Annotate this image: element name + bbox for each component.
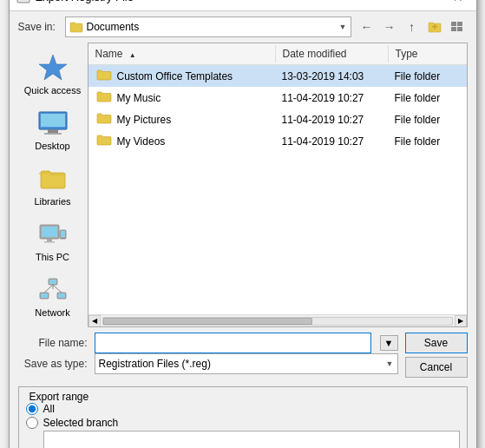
export-registry-dialog: Export Registry File ✕ Save in: Document…: [9, 0, 477, 448]
table-row[interactable]: Custom Office Templates13-03-2019 14:03F…: [88, 65, 467, 87]
title-bar: Export Registry File ✕: [10, 0, 476, 11]
svg-rect-8: [451, 22, 456, 26]
table-row[interactable]: My Videos11-04-2019 10:27File folder: [88, 130, 467, 152]
cancel-button[interactable]: Cancel: [405, 357, 468, 378]
svg-rect-19: [47, 239, 52, 241]
file-cell-date: 13-03-2019 14:03: [275, 69, 388, 84]
svg-rect-11: [457, 27, 462, 31]
svg-rect-25: [49, 280, 56, 284]
svg-rect-10: [451, 27, 456, 31]
svg-rect-14: [41, 114, 65, 127]
savetype-row: Save as type: Registration Files (*.reg)…: [18, 353, 398, 374]
scrollbar-row: ◀ ▶: [88, 314, 467, 326]
toolbar-row: Save in: Documents ▼ ← → ↑ +: [10, 11, 476, 43]
svg-rect-22: [61, 231, 65, 237]
svg-marker-12: [39, 55, 67, 80]
folder-file-icon: [96, 112, 112, 127]
sidebar-item-network[interactable]: Network: [18, 268, 88, 324]
svg-rect-16: [44, 133, 62, 135]
file-cell-date: 11-04-2019 10:27: [275, 134, 388, 149]
views-button[interactable]: [447, 16, 468, 37]
sidebar-label-this-pc: This PC: [36, 252, 69, 262]
sidebar-label-desktop: Desktop: [35, 141, 69, 151]
sidebar-item-desktop[interactable]: Desktop: [18, 102, 88, 157]
svg-text:+: +: [431, 21, 437, 33]
up-button[interactable]: ↑: [402, 16, 423, 37]
folder-file-icon: [96, 134, 112, 148]
sidebar-label-libraries: Libraries: [34, 196, 70, 207]
network-icon: [36, 274, 70, 306]
new-folder-icon: +: [428, 21, 442, 33]
sidebar-item-quick-access[interactable]: Quick access: [18, 46, 88, 102]
file-name-text: My Pictures: [117, 114, 172, 126]
back-button[interactable]: ←: [357, 16, 377, 37]
form-area: File name: ▼ Save as type: Registration …: [10, 327, 476, 383]
file-list-header: Name ▲ Date modified Type: [88, 43, 467, 65]
svg-line-31: [53, 285, 62, 293]
col-header-name[interactable]: Name ▲: [88, 45, 276, 63]
scrollbar-thumb: [103, 318, 312, 325]
title-bar-left: Export Registry File: [16, 0, 134, 4]
views-icon: [451, 22, 463, 32]
libraries-icon: [36, 163, 70, 194]
file-cell-name: Custom Office Templates: [89, 67, 275, 85]
file-cell-date: 11-04-2019 10:27: [275, 112, 388, 128]
svg-rect-0: [17, 0, 29, 3]
col-header-date[interactable]: Date modified: [276, 45, 389, 63]
savetype-label: Save as type:: [18, 358, 88, 370]
save-in-label: Save in:: [18, 21, 60, 33]
radio-all-label: All: [43, 403, 55, 415]
file-cell-date: 11-04-2019 10:27: [275, 90, 388, 106]
main-area: Quick access Desktop: [10, 43, 476, 327]
svg-rect-23: [61, 238, 65, 239]
forward-button[interactable]: →: [379, 16, 400, 37]
save-in-combo[interactable]: Documents ▼: [65, 16, 351, 37]
scroll-left-button[interactable]: ◀: [88, 315, 101, 327]
filename-input[interactable]: [95, 333, 371, 353]
file-cell-type: File folder: [388, 90, 466, 106]
form-buttons: Save Cancel: [405, 333, 468, 378]
table-row[interactable]: My Music11-04-2019 10:27File folder: [88, 87, 467, 109]
file-cell-type: File folder: [388, 134, 466, 149]
close-button[interactable]: ✕: [447, 0, 469, 7]
this-pc-icon: [36, 219, 70, 250]
col-header-type[interactable]: Type: [389, 45, 467, 63]
savetype-combo[interactable]: Registration Files (*.reg) ▼: [95, 353, 398, 374]
table-row[interactable]: My Pictures11-04-2019 10:27File folder: [88, 109, 467, 130]
horizontal-scrollbar[interactable]: [102, 317, 453, 326]
svg-rect-29: [58, 293, 65, 298]
sidebar-label-network: Network: [35, 307, 69, 318]
radio-selected-branch[interactable]: [26, 417, 38, 429]
file-cell-name: My Music: [89, 89, 275, 107]
save-in-value: Documents: [87, 21, 336, 33]
toolbar-buttons: ← → ↑ +: [357, 16, 468, 37]
folder-file-icon: [96, 90, 112, 105]
form-plus-buttons: File name: ▼ Save as type: Registration …: [18, 333, 468, 378]
file-name-text: Custom Office Templates: [117, 70, 233, 82]
registry-icon: [16, 0, 30, 4]
export-range-section: Export range All Selected branch: [18, 386, 468, 448]
file-list-container: Name ▲ Date modified Type Custom Office …: [88, 43, 468, 327]
folder-file-icon: [96, 69, 112, 83]
scroll-right-button[interactable]: ▶: [455, 315, 467, 327]
sidebar-item-libraries[interactable]: Libraries: [18, 157, 88, 213]
export-range-title: Export range: [26, 391, 93, 403]
file-cell-name: My Videos: [89, 132, 275, 150]
filename-combo-arrow[interactable]: ▼: [380, 335, 398, 351]
folder-icon: [69, 21, 83, 33]
sidebar: Quick access Desktop: [18, 43, 88, 327]
new-folder-button[interactable]: +: [424, 16, 445, 37]
svg-rect-15: [48, 129, 58, 133]
form-fields: File name: ▼ Save as type: Registration …: [18, 333, 398, 374]
svg-rect-27: [41, 293, 48, 298]
radio-all-row: All: [26, 403, 460, 415]
file-cell-name: My Pictures: [89, 110, 275, 128]
quick-access-icon: [36, 52, 70, 83]
radio-all[interactable]: [26, 403, 38, 415]
filename-row: File name: ▼: [18, 333, 398, 353]
combo-arrow-icon: ▼: [339, 23, 347, 31]
selected-branch-input[interactable]: [43, 431, 460, 448]
desktop-icon: [36, 108, 70, 139]
sidebar-item-this-pc[interactable]: This PC: [18, 213, 88, 268]
save-button[interactable]: Save: [405, 333, 468, 353]
